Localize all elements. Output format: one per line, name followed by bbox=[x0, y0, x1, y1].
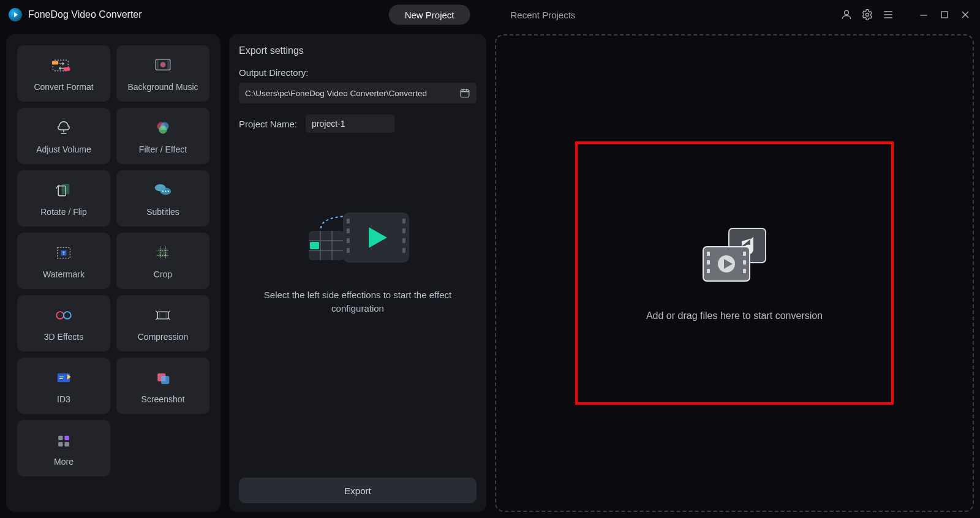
svg-rect-62 bbox=[402, 219, 405, 223]
top-right-controls bbox=[840, 0, 971, 29]
watermark-icon: T bbox=[50, 242, 77, 263]
output-directory-label: Output Directory: bbox=[239, 67, 477, 78]
id3-icon bbox=[50, 367, 77, 388]
tool-label: Rotate / Flip bbox=[40, 207, 86, 217]
project-name-value: project-1 bbox=[312, 119, 345, 129]
tool-subtitles[interactable]: Subtitles bbox=[116, 170, 209, 227]
export-settings-panel: Export settings Output Directory: C:\Use… bbox=[229, 34, 486, 512]
svg-rect-63 bbox=[402, 228, 405, 233]
project-name-row: Project Name: project-1 bbox=[239, 114, 477, 133]
tool-convert-format[interactable]: Convert Format bbox=[17, 45, 110, 102]
screenshot-icon bbox=[149, 367, 176, 388]
svg-rect-31 bbox=[159, 249, 168, 258]
svg-point-32 bbox=[56, 312, 64, 319]
svg-rect-73 bbox=[743, 269, 746, 273]
gear-icon[interactable] bbox=[861, 9, 873, 21]
svg-rect-44 bbox=[64, 436, 69, 440]
crop-icon bbox=[149, 242, 176, 263]
tool-label: Adjust Volume bbox=[36, 145, 91, 154]
tabs-container: New Project Recent Projects bbox=[389, 5, 592, 25]
export-button[interactable]: Export bbox=[239, 478, 477, 503]
svg-rect-64 bbox=[402, 238, 405, 243]
svg-rect-69 bbox=[707, 260, 710, 265]
drop-hint-text: Add or drag files here to start conversi… bbox=[646, 310, 823, 321]
svg-rect-6 bbox=[941, 12, 948, 18]
svg-rect-13 bbox=[157, 59, 159, 70]
tool-label: Convert Format bbox=[34, 82, 93, 92]
svg-rect-58 bbox=[347, 219, 350, 223]
svg-rect-72 bbox=[743, 260, 746, 265]
close-icon[interactable] bbox=[959, 9, 971, 21]
svg-point-26 bbox=[165, 190, 166, 192]
tool-label: Watermark bbox=[43, 269, 85, 279]
app-title: FoneDog Video Converter bbox=[28, 9, 142, 20]
svg-rect-14 bbox=[167, 59, 169, 70]
tool-label: ID3 bbox=[57, 394, 70, 404]
svg-rect-11 bbox=[64, 67, 70, 71]
tab-recent-projects[interactable]: Recent Projects bbox=[494, 5, 591, 25]
browse-folder-icon[interactable] bbox=[459, 88, 470, 99]
export-button-label: Export bbox=[344, 486, 371, 496]
account-icon[interactable] bbox=[840, 9, 853, 21]
effect-config-illustration bbox=[239, 200, 477, 274]
svg-rect-36 bbox=[159, 312, 160, 319]
svg-point-1 bbox=[866, 13, 869, 17]
svg-point-15 bbox=[160, 62, 166, 67]
adjust-volume-icon bbox=[50, 118, 77, 138]
app-logo-wrap: FoneDog Video Converter bbox=[9, 8, 142, 21]
maximize-icon[interactable] bbox=[938, 9, 951, 21]
3d-effects-icon bbox=[50, 305, 77, 326]
tool-label: Screenshot bbox=[141, 394, 185, 404]
svg-rect-59 bbox=[347, 228, 350, 233]
rotate-flip-icon bbox=[50, 180, 77, 201]
svg-rect-43 bbox=[58, 436, 62, 440]
tool-background-music[interactable]: Background Music bbox=[116, 45, 209, 102]
svg-rect-61 bbox=[347, 248, 350, 253]
tool-compression[interactable]: Compression bbox=[116, 295, 209, 351]
subtitles-icon bbox=[149, 180, 176, 201]
tool-filter-effect[interactable]: Filter / Effect bbox=[116, 108, 209, 164]
svg-point-20 bbox=[159, 126, 167, 133]
svg-rect-42 bbox=[161, 376, 169, 384]
tool-id3[interactable]: ID3 bbox=[17, 358, 110, 414]
svg-point-27 bbox=[168, 190, 169, 192]
more-icon bbox=[50, 430, 77, 451]
tab-new-project[interactable]: New Project bbox=[389, 5, 470, 25]
svg-rect-45 bbox=[58, 442, 62, 446]
title-bar: FoneDog Video Converter New Project Rece… bbox=[0, 0, 980, 29]
svg-rect-56 bbox=[310, 242, 319, 249]
svg-rect-60 bbox=[347, 238, 350, 243]
export-settings-title: Export settings bbox=[239, 45, 477, 56]
tool-label: Crop bbox=[154, 269, 172, 279]
tool-crop[interactable]: Crop bbox=[116, 233, 209, 289]
drop-files-icon bbox=[695, 225, 774, 286]
tool-screenshot[interactable]: Screenshot bbox=[116, 358, 209, 414]
tool-adjust-volume[interactable]: Adjust Volume bbox=[17, 108, 110, 164]
minimize-icon[interactable] bbox=[918, 9, 930, 21]
svg-rect-46 bbox=[64, 442, 69, 446]
tool-label: Subtitles bbox=[146, 207, 179, 217]
output-directory-field[interactable]: C:\Users\pc\FoneDog Video Converter\Conv… bbox=[239, 83, 477, 103]
tool-label: 3D Effects bbox=[44, 332, 83, 342]
output-directory-value: C:\Users\pc\FoneDog Video Converter\Conv… bbox=[245, 89, 454, 98]
tool-watermark[interactable]: T Watermark bbox=[17, 233, 110, 289]
hamburger-menu-icon[interactable] bbox=[882, 9, 894, 21]
effect-config-hint: Select the left side effections to start… bbox=[239, 288, 477, 315]
main-area: Convert Format Background Music Adjust V… bbox=[6, 34, 974, 512]
tool-rotate-flip[interactable]: Rotate / Flip bbox=[17, 170, 110, 227]
tool-3d-effects[interactable]: 3D Effects bbox=[17, 295, 110, 351]
svg-rect-47 bbox=[461, 90, 469, 97]
tool-label: Background Music bbox=[127, 82, 198, 92]
svg-rect-65 bbox=[402, 248, 405, 253]
svg-rect-71 bbox=[743, 252, 746, 256]
svg-text:T: T bbox=[62, 250, 66, 256]
project-name-input[interactable]: project-1 bbox=[306, 114, 394, 133]
drop-highlight-box[interactable]: Add or drag files here to start conversi… bbox=[575, 141, 894, 405]
compression-icon bbox=[149, 305, 176, 326]
svg-rect-70 bbox=[707, 269, 710, 273]
tool-more[interactable]: More bbox=[17, 420, 110, 476]
drop-panel[interactable]: Add or drag files here to start conversi… bbox=[495, 34, 974, 512]
tool-label: More bbox=[54, 457, 74, 467]
tool-label: Filter / Effect bbox=[139, 145, 187, 154]
tools-sidebar: Convert Format Background Music Adjust V… bbox=[6, 34, 221, 512]
